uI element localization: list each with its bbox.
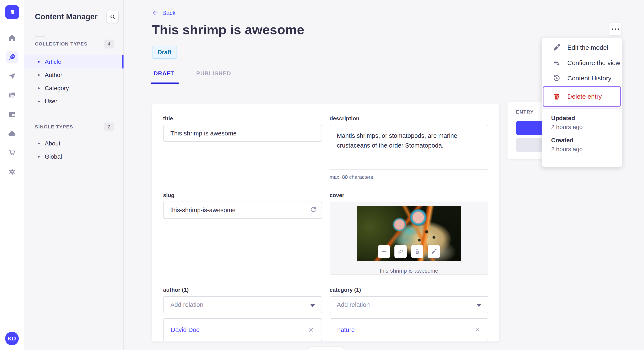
marketplace-cart-icon <box>8 149 16 157</box>
link-icon <box>398 249 404 255</box>
sidebar-item-media-library[interactable] <box>6 89 18 101</box>
delete-asset-button[interactable] <box>411 245 423 258</box>
subnav-title: Content Manager <box>35 12 98 21</box>
bullet-icon <box>38 74 40 76</box>
add-icon <box>381 249 387 255</box>
author-relation-combobox[interactable]: Add relation <box>163 296 322 313</box>
more-actions-dropdown: Edit the model Configure the view Conten… <box>542 38 622 167</box>
author-label: author (1) <box>163 287 322 293</box>
sidebar-item-category[interactable]: Category <box>24 82 124 95</box>
sidebar-item-cloud[interactable] <box>6 128 18 140</box>
rail-divider <box>0 25 24 25</box>
cloud-icon <box>8 129 16 138</box>
copy-link-button[interactable] <box>394 245 407 258</box>
bullet-icon <box>38 61 40 63</box>
sidebar-item-author[interactable]: Author <box>24 68 124 82</box>
cover-caption: this-shrimp-is-awesome <box>330 268 488 274</box>
cover-asset-box: this-shrimp-is-awesome <box>330 201 488 275</box>
settings-gear-icon <box>8 168 16 176</box>
sidebar-item-about[interactable]: About <box>24 137 124 150</box>
add-asset-button[interactable] <box>378 245 390 258</box>
active-tab-indicator <box>151 82 179 84</box>
sidebar-item-content-manager[interactable] <box>6 51 18 63</box>
cover-label: cover <box>330 192 488 199</box>
content-manager-subnav: Content Manager COLLECTION TYPES 4 Artic… <box>24 0 124 350</box>
category-relation-item: nature <box>330 318 488 341</box>
back-link[interactable]: Back <box>152 9 176 16</box>
main-nav-rail: KD <box>0 0 24 350</box>
sidebar-item-releases[interactable] <box>6 70 18 82</box>
back-arrow-icon <box>152 9 159 16</box>
search-icon <box>110 14 116 20</box>
subnav-divider <box>35 36 45 37</box>
relation-link-david-doe[interactable]: David Doe <box>171 326 200 334</box>
sidebar-item-article[interactable]: Article <box>24 55 124 68</box>
pencil-icon <box>553 44 560 51</box>
search-button[interactable] <box>106 11 119 23</box>
title-label: title <box>163 115 322 122</box>
strapi-logo-glyph <box>8 8 16 16</box>
tab-draft[interactable]: DRAFT <box>154 70 174 77</box>
relation-link-nature[interactable]: nature <box>337 326 355 334</box>
sidebar-item-marketplace[interactable] <box>6 147 18 159</box>
menu-item-configure-the-view[interactable]: Configure the view <box>542 55 622 71</box>
sidebar-item-home[interactable] <box>6 32 18 44</box>
category-relation-combobox[interactable]: Add relation <box>330 296 488 313</box>
entry-meta: Updated 2 hours ago Created 2 hours ago <box>542 109 622 153</box>
content-type-builder-layout-icon <box>8 110 16 118</box>
edit-asset-button[interactable] <box>428 245 440 258</box>
field-title: title <box>163 115 322 180</box>
menu-item-content-history[interactable]: Content History <box>542 71 622 86</box>
tab-bar: DRAFT PUBLISHED <box>154 70 231 77</box>
close-icon <box>474 327 481 333</box>
avatar[interactable]: KD <box>5 332 19 345</box>
title-input[interactable] <box>163 125 322 142</box>
ellipsis-icon <box>612 28 613 30</box>
trash-icon <box>553 93 560 100</box>
strapi-logo[interactable] <box>5 5 19 19</box>
chevron-down-icon <box>476 304 482 307</box>
remove-category-relation-button[interactable] <box>474 327 481 333</box>
collection-types-header: COLLECTION TYPES 4 <box>35 39 114 48</box>
updated-value: 2 hours ago <box>551 124 612 131</box>
bullet-icon <box>38 101 40 102</box>
field-cover: cover <box>330 192 488 275</box>
bullet-icon <box>38 143 40 144</box>
home-icon <box>8 34 16 42</box>
category-label: category (1) <box>330 287 488 293</box>
created-label: Created <box>551 137 612 144</box>
tab-published[interactable]: PUBLISHED <box>196 70 231 77</box>
page-title: This shrimp is awesome <box>152 22 304 37</box>
list-plus-icon <box>553 59 560 67</box>
collection-types-count-badge: 4 <box>104 39 114 48</box>
description-input[interactable]: Mantis shrimps, or stomatopods, are mari… <box>330 125 488 170</box>
sidebar-item-content-type-builder[interactable] <box>6 108 18 120</box>
created-value: 2 hours ago <box>551 146 612 153</box>
slug-label: slug <box>163 192 322 199</box>
sidebar-item-settings[interactable] <box>6 166 18 178</box>
delete-entry-focus-ring: Delete entry <box>543 86 621 107</box>
field-description: description Mantis shrimps, or stomatopo… <box>330 115 488 180</box>
chevron-down-icon <box>310 304 315 307</box>
history-clock-icon <box>553 74 560 82</box>
cover-actions <box>378 245 440 258</box>
regenerate-slug-button[interactable] <box>310 206 317 213</box>
menu-item-delete-entry[interactable]: Delete entry <box>544 87 620 106</box>
sidebar-item-user[interactable]: User <box>24 95 124 108</box>
main-content: Back This shrimp is awesome Draft DRAFT … <box>124 0 644 350</box>
close-icon <box>308 327 314 333</box>
content-manager-feather-icon <box>8 53 16 61</box>
slug-input[interactable] <box>163 201 322 219</box>
field-slug: slug <box>163 192 322 275</box>
remove-author-relation-button[interactable] <box>308 327 314 333</box>
bullet-icon <box>38 87 40 89</box>
author-relation-item: David Doe <box>163 318 322 341</box>
field-category: category (1) Add relation nature <box>330 287 488 341</box>
more-actions-button[interactable] <box>609 22 622 36</box>
sidebar-item-global[interactable]: Global <box>24 150 124 163</box>
menu-item-edit-the-model[interactable]: Edit the model <box>542 40 622 55</box>
single-types-count-badge: 2 <box>104 123 114 131</box>
bottom-partial-card <box>308 347 344 350</box>
status-badge: Draft <box>152 46 177 59</box>
field-author: author (1) Add relation David Doe <box>163 287 322 341</box>
